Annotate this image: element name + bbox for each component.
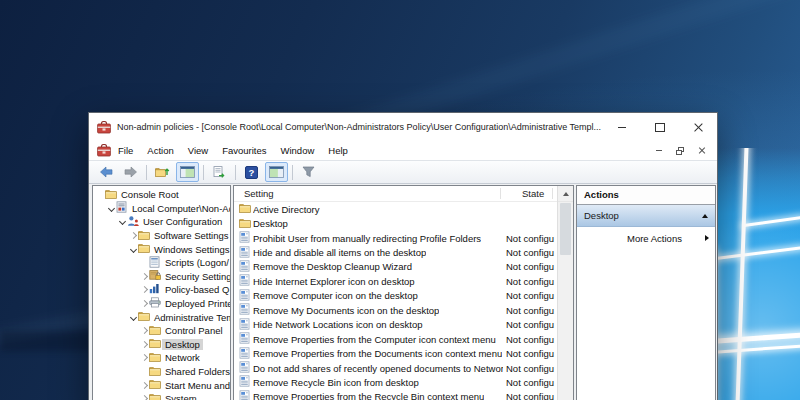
menu-window[interactable]: Window <box>274 143 322 158</box>
tree-item-software-settings[interactable]: Software Settings <box>93 229 230 243</box>
tree-expander[interactable] <box>128 247 138 252</box>
tree-item-control-panel[interactable]: Control Panel <box>93 324 230 338</box>
tree-item-label: Console Root <box>118 189 182 200</box>
tree-expander[interactable] <box>139 383 149 388</box>
up-one-level-icon <box>155 166 170 179</box>
actions-section-header[interactable]: Desktop <box>577 205 715 227</box>
list-row-remove-my-documents-icon-on-the-desktop[interactable]: Remove My Documents icon on the desktopN… <box>234 303 557 317</box>
tree-expander[interactable] <box>106 206 116 211</box>
list-row-active-directory[interactable]: Active Directory <box>234 202 557 216</box>
expand-chevron-icon[interactable] <box>140 341 147 348</box>
tree-expander[interactable] <box>128 315 138 320</box>
tree-expander[interactable] <box>139 274 149 279</box>
tree-expander[interactable] <box>139 328 149 333</box>
mdi-close-button[interactable] <box>695 144 707 158</box>
list-row-remove-properties-from-the-computer-icon-context-menu[interactable]: Remove Properties from the Computer icon… <box>234 332 557 346</box>
collapse-icon[interactable] <box>702 214 708 218</box>
policy-icon <box>239 289 250 301</box>
tree-item-scripts-logon[interactable]: Scripts (Logon/ <box>93 256 230 270</box>
tree-expander[interactable] <box>139 287 149 292</box>
expand-chevron-icon[interactable] <box>140 382 147 389</box>
export-list-button[interactable] <box>208 162 231 182</box>
user-icon <box>127 215 139 227</box>
collapse-chevron-icon[interactable] <box>129 314 136 321</box>
list-row-remove-the-desktop-cleanup-wizard[interactable]: Remove the Desktop Cleanup WizardNot con… <box>234 260 557 274</box>
list-row-hide-and-disable-all-items-on-the-desktop[interactable]: Hide and disable all items on the deskto… <box>234 245 557 259</box>
menu-favourites[interactable]: Favourites <box>215 143 273 158</box>
help-button[interactable]: ? <box>240 162 263 182</box>
console-tree-pane: Console RootLocal Computer\Non-AdmUser C… <box>92 185 231 400</box>
setting-label: Remove the Desktop Cleanup Wizard <box>253 261 412 272</box>
setting-label: Remove Properties from the Documents ico… <box>253 348 502 359</box>
setting-label: Hide and disable all items on the deskto… <box>253 247 426 258</box>
list-row-hide-internet-explorer-icon-on-desktop[interactable]: Hide Internet Explorer icon on desktopNo… <box>234 274 557 288</box>
tree-expander[interactable] <box>139 355 149 360</box>
list-row-remove-recycle-bin-icon-from-desktop[interactable]: Remove Recycle Bin icon from desktopNot … <box>234 375 557 389</box>
menu-action[interactable]: Action <box>140 143 180 158</box>
tree-expander[interactable] <box>128 233 138 238</box>
forward-button[interactable] <box>119 162 142 182</box>
list-row-remove-computer-icon-on-the-desktop[interactable]: Remove Computer icon on the desktopNot c… <box>234 289 557 303</box>
scrollbar-thumb[interactable] <box>560 203 571 255</box>
expand-chevron-icon[interactable] <box>140 273 147 280</box>
policy-icon <box>239 332 250 344</box>
list-scrollbar[interactable] <box>557 186 573 400</box>
menu-help[interactable]: Help <box>321 143 355 158</box>
tree-item-user-configuration[interactable]: User Configuration <box>93 215 230 229</box>
menu-view[interactable]: View <box>181 143 215 158</box>
tree-expander[interactable] <box>139 396 149 400</box>
script-icon <box>149 256 160 268</box>
action-item-more-actions[interactable]: More Actions <box>577 227 715 249</box>
list-row-remove-properties-from-the-documents-icon-context-menu[interactable]: Remove Properties from the Documents ico… <box>234 346 557 360</box>
tree-item-system[interactable]: System <box>93 392 230 400</box>
list-row-hide-network-locations-icon-on-desktop[interactable]: Hide Network Locations icon on desktopNo… <box>234 318 557 332</box>
tree-item-shared-folders[interactable]: Shared Folders <box>93 365 230 379</box>
tree-item-label: Windows Settings <box>151 244 231 255</box>
state-value: Not configu <box>506 348 558 359</box>
maximize-button[interactable] <box>641 113 679 141</box>
expand-chevron-icon[interactable] <box>140 327 147 334</box>
expand-chevron-icon[interactable] <box>129 232 136 239</box>
tree-item-local-computer-non-adm[interactable]: Local Computer\Non-Adm <box>93 202 230 216</box>
filter-button[interactable] <box>297 162 320 182</box>
tree-item-deployed-printe[interactable]: Deployed Printe <box>93 297 230 311</box>
tree-item-security-setting[interactable]: Security Setting <box>93 270 230 284</box>
tree-item-administrative-tem[interactable]: Administrative Tem <box>93 310 230 324</box>
tree-expander[interactable] <box>117 219 127 224</box>
collapse-chevron-icon[interactable] <box>107 205 114 212</box>
tree-item-desktop[interactable]: Desktop <box>93 338 230 352</box>
scrollbar-up-button[interactable] <box>558 186 573 202</box>
mdi-minimize-button[interactable] <box>653 144 665 158</box>
tree-item-network[interactable]: Network <box>93 351 230 365</box>
tree-item-start-menu-and[interactable]: Start Menu and <box>93 378 230 392</box>
tree-expander[interactable] <box>139 301 149 306</box>
collapse-chevron-icon[interactable] <box>118 218 125 225</box>
tree-item-policy-based-q[interactable]: Policy-based Q <box>93 283 230 297</box>
menu-file[interactable]: File <box>111 143 140 158</box>
expand-chevron-icon[interactable] <box>140 354 147 361</box>
tree-item-windows-settings[interactable]: Windows Settings <box>93 242 230 256</box>
up-one-level-button[interactable] <box>151 162 174 182</box>
close-button[interactable] <box>679 113 717 141</box>
expand-chevron-icon[interactable] <box>140 300 147 307</box>
restore-icon <box>676 147 684 155</box>
expand-chevron-icon[interactable] <box>140 395 147 400</box>
setting-label: Do not add shares of recently opened doc… <box>253 363 503 374</box>
show-console-tree-button[interactable] <box>176 162 199 182</box>
tree-expander[interactable] <box>139 342 149 347</box>
minimize-button[interactable] <box>603 113 641 141</box>
list-row-prohibit-user-from-manually-redirecting-profile-folders[interactable]: Prohibit User from manually redirecting … <box>234 231 557 245</box>
back-button[interactable] <box>94 162 117 182</box>
collapse-chevron-icon[interactable] <box>129 246 136 253</box>
mdi-restore-button[interactable] <box>674 144 686 158</box>
list-row-remove-properties-from-the-recycle-bin-context-menu[interactable]: Remove Properties from the Recycle Bin c… <box>234 390 557 400</box>
list-row-desktop[interactable]: Desktop <box>234 216 557 230</box>
expand-chevron-icon[interactable] <box>140 286 147 293</box>
list-row-do-not-add-shares-of-recently-opened-documents-to-networ[interactable]: Do not add shares of recently opened doc… <box>234 361 557 375</box>
show-action-pane-button[interactable] <box>265 162 288 182</box>
column-header-setting[interactable]: Setting <box>244 188 274 199</box>
tree-item-console-root[interactable]: Console Root <box>93 188 230 202</box>
qos-icon <box>149 283 160 294</box>
tree-item-label: Local Computer\Non-Adm <box>129 203 231 214</box>
column-header-state[interactable]: State <box>522 188 544 199</box>
